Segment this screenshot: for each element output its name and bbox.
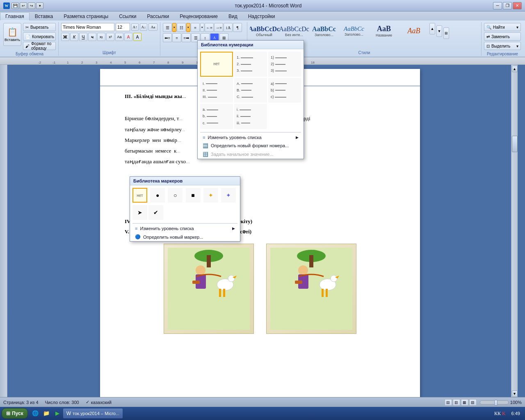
multilevel-list-dropdown[interactable]: ▾ — [200, 23, 204, 32]
view-normal-btn[interactable]: ▤ — [445, 399, 452, 406]
tab-insert[interactable]: Вставка — [30, 12, 59, 21]
italic-btn[interactable]: К — [70, 33, 78, 41]
spell-check-icon: ✓ — [86, 399, 89, 405]
vertical-scrollbar[interactable]: ▲ ▼ — [511, 65, 518, 398]
font-grow-btn[interactable]: A↑ — [131, 23, 139, 31]
media-icon[interactable]: ▶ — [52, 409, 62, 418]
zoom-thumb[interactable] — [494, 400, 498, 406]
scroll-thumb[interactable] — [512, 136, 518, 152]
style-heading2[interactable]: AaBbCc Заголово... — [340, 23, 368, 39]
num-item-none[interactable]: нет — [200, 52, 233, 77]
start-button[interactable]: ⊞ Пуск — [2, 408, 28, 419]
case-btn[interactable]: Aa — [115, 33, 123, 41]
decrease-indent-btn[interactable]: ←≡ — [205, 23, 214, 32]
num-item-123paren[interactable]: 1) 2) 3) — [268, 52, 301, 77]
clipboard-group-content: 📋 Вставить ✂Вырезать 📄Копировать 🖌Формат… — [3, 23, 56, 50]
find-btn[interactable]: 🔍Найти▾ — [484, 23, 521, 31]
strikethrough-btn[interactable]: ч — [88, 33, 96, 41]
numbered-list-btn[interactable]: ☷ — [177, 23, 186, 32]
zoom-slider[interactable] — [480, 400, 509, 404]
format-painter-button[interactable]: 🖌Формат по образцу — [23, 42, 56, 50]
bullet-item-diamond[interactable]: ✦ — [221, 188, 236, 203]
multilevel-list-btn[interactable]: ≡ — [191, 23, 200, 32]
num-item-alpha-lower2[interactable]: a. b. c. — [200, 104, 233, 129]
bullet-item-open-circle[interactable]: ○ — [168, 188, 183, 203]
styles-scroll-up[interactable]: ▲ — [429, 23, 435, 34]
tab-page-layout[interactable]: Разметка страницы — [58, 12, 114, 21]
underline-btn[interactable]: Ч — [79, 33, 87, 41]
num-item-roman[interactable]: I. II. III. — [200, 78, 233, 103]
restore-btn[interactable]: ❐ — [503, 2, 512, 9]
numbering-dropdown[interactable]: Библиотека нумерации нет 1. 2. 3. 1) 2) … — [197, 40, 304, 159]
styles-expand[interactable]: ⊞ — [443, 27, 449, 39]
num-define-format[interactable]: 🔤 Определить новый формат номера... — [198, 142, 304, 150]
view-outline-btn[interactable]: ▦ — [461, 399, 468, 406]
tab-mailings[interactable]: Рассылки — [142, 12, 174, 21]
cut-button[interactable]: ✂Вырезать — [23, 23, 56, 31]
style-no-spacing-preview: AaBbCcDc — [279, 25, 309, 33]
num-item-123[interactable]: 1. 2. 3. — [234, 52, 267, 77]
bullet-item-square[interactable]: ■ — [186, 188, 201, 203]
bullet-list-btn[interactable]: ☰ — [163, 23, 172, 32]
sort-btn[interactable]: ↕A — [224, 23, 233, 32]
bullet-item-check[interactable]: ✔ — [148, 205, 163, 220]
bold-btn[interactable]: Ж — [61, 33, 69, 41]
word-taskbar-icon: W — [66, 411, 71, 416]
style-emphasis[interactable]: AaВ — [399, 23, 428, 39]
dropdown-btn[interactable]: ▾ — [36, 2, 43, 9]
view-draft-btn[interactable]: ▧ — [469, 399, 477, 406]
paste-button[interactable]: 📋 Вставить — [3, 23, 21, 46]
replace-btn[interactable]: ⇄Заменить — [484, 32, 521, 41]
bullet-list-dropdown[interactable]: ▾ — [172, 23, 176, 32]
explorer-icon[interactable]: 📁 — [41, 409, 51, 418]
ie-icon[interactable]: 🌐 — [30, 409, 40, 418]
num-item-alpha-upper[interactable]: A. B. C. — [234, 78, 267, 103]
increase-indent-btn[interactable]: →≡ — [214, 23, 223, 32]
style-normal[interactable]: AaBbCcDc Обычный — [250, 23, 278, 39]
bullet-dropdown[interactable]: Библиотека маркеров нет ● ○ ■ ✦ ✦ ➤ ✔ ≡ … — [130, 176, 240, 242]
numbered-list-dropdown[interactable]: ▾ — [186, 23, 190, 32]
scroll-up-btn[interactable]: ▲ — [512, 66, 518, 72]
view-layout-btn[interactable]: ▥ — [453, 399, 460, 406]
align-left-btn[interactable]: ⬅≡ — [163, 33, 172, 42]
undo-btn[interactable]: ↩ — [20, 2, 27, 9]
font-shrink-btn[interactable]: A↓ — [140, 23, 147, 31]
align-right-btn[interactable]: ≡➡ — [182, 33, 191, 42]
bullet-item-none[interactable]: нет — [132, 188, 147, 203]
tab-view[interactable]: Вид — [223, 12, 243, 21]
taskbar-word-window[interactable]: W ток.урок2014 – Micro... — [63, 409, 123, 418]
tab-review[interactable]: Рецензирование — [174, 12, 223, 21]
minimize-btn[interactable]: ─ — [493, 2, 502, 9]
select-btn[interactable]: ⊡Выделить▾ — [484, 42, 521, 50]
highlight-btn[interactable]: A — [133, 33, 142, 41]
close-btn[interactable]: ✕ — [513, 2, 522, 9]
num-item-roman-lower[interactable]: i. ii. iii. — [234, 104, 267, 129]
tab-home[interactable]: Главная — [0, 12, 30, 21]
style-no-spacing[interactable]: AaBbCcDc Без инте... — [280, 23, 308, 39]
bullet-item-star[interactable]: ✦ — [203, 188, 218, 203]
font-color-btn[interactable]: A — [124, 33, 132, 41]
save-quick-btn[interactable]: 💾 — [11, 2, 19, 9]
bullet-item-filled-circle[interactable]: ● — [150, 188, 165, 203]
clear-format-btn[interactable]: Aa — [148, 23, 158, 31]
subscript-btn[interactable]: x₂ — [97, 33, 105, 41]
font-size-input[interactable] — [116, 23, 130, 31]
superscript-btn[interactable]: x² — [106, 33, 114, 41]
num-item-alpha-lower[interactable]: a) b) c) — [268, 78, 301, 103]
scroll-down-btn[interactable]: ▼ — [512, 390, 518, 397]
styles-scroll-down[interactable]: ▼ — [436, 25, 442, 37]
style-title[interactable]: AaB Название — [370, 23, 398, 39]
align-center-btn[interactable]: ≡ — [172, 33, 181, 42]
bullet-change-level[interactable]: ≡ Изменить уровень списка ▶ — [130, 224, 240, 233]
style-heading1[interactable]: AaBbCc Заголово... — [310, 23, 338, 39]
copy-button[interactable]: 📄Копировать — [23, 32, 56, 41]
bullet-item-arrow[interactable]: ➤ — [132, 205, 147, 220]
num-change-level[interactable]: ≡ Изменить уровень списка ▶ — [198, 133, 304, 142]
redo-btn[interactable]: ↪ — [28, 2, 35, 9]
bullet-define-marker[interactable]: 🔵 Определить новый маркер... — [130, 233, 240, 241]
show-formatting-btn[interactable]: ¶ — [233, 23, 242, 32]
tab-addins[interactable]: Надстройки — [243, 12, 281, 21]
tab-references[interactable]: Ссылки — [114, 12, 142, 21]
tray-icon-2[interactable]: K — [502, 411, 506, 417]
font-name-input[interactable] — [61, 23, 114, 31]
